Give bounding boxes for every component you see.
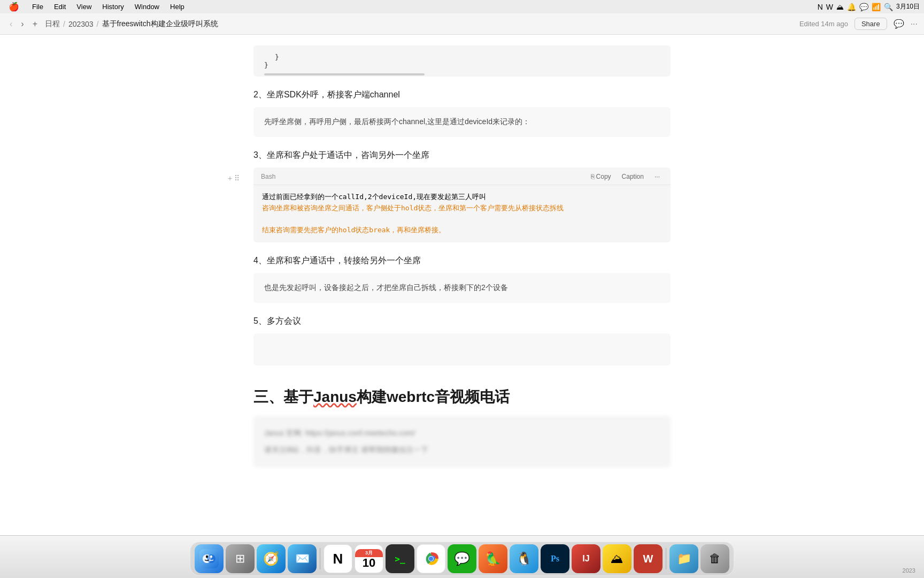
blurred-line-2: 请关注B站，抖音，快手博主 请帮我悄微信注一下 [264,443,660,457]
toolbar-nav: ‹ › + [6,17,41,31]
menubar-edit[interactable]: Edit [50,2,70,12]
safari-icon: 🧭 [263,551,279,566]
dock-ps[interactable]: Ps [541,544,569,573]
toolbar-right: Edited 14m ago Share 💬 ··· [799,18,918,30]
code-line-2: } [264,61,660,69]
dock-sep-2 [666,548,666,569]
ps-icon: Ps [551,554,559,564]
section-2-text: 先呼坐席侧，再呼用户侧，最后桥接两个channel,这里是通过deviceId来… [253,107,671,137]
wechat-dock-icon: 💬 [454,551,470,566]
bash-content: 通过前面已经拿到的一个callId,2个deviceId,现在要发起第三人呼叫 … [253,185,671,242]
mail-icon: ✉️ [295,552,310,566]
blurred-line-1: Janus 官网: https://janus.conf.meetecho.co… [264,427,660,440]
wechat-menu-icon[interactable]: 💬 [859,3,868,11]
dock-calendar[interactable]: 3月 10 [355,544,383,573]
svg-point-9 [429,557,433,561]
apple-menu[interactable]: 🍎 [4,1,24,13]
bash-actions: ⎘ Copy Caption ··· [588,172,663,181]
dock-qq[interactable]: 🐧 [510,544,538,573]
calendar-day: 10 [363,557,375,569]
breadcrumb-item-2[interactable]: 202303 [68,20,94,28]
main-content: } } 2、坐席SDK外呼，桥接客户端channel 先呼坐席侧，再呼用户侧，最… [0,35,924,535]
menubar-history[interactable]: History [98,2,128,12]
notion-dock-icon: N [333,551,343,567]
drag-handle[interactable]: ⠿ [234,174,240,182]
menubar-view[interactable]: View [72,2,96,12]
bash-line-2: 咨询坐席和被咨询坐席之间通话，客户侧处于hold状态，坐席和第一个客户需要先从桥… [262,203,662,214]
more-button[interactable]: ··· [651,172,663,181]
dock-notion[interactable]: N [324,544,352,573]
chrome-icon [422,550,440,568]
word-icon[interactable]: W [826,3,833,11]
qq-icon: 🐧 [516,551,532,566]
dock-area: ⊞ 🧭 ✉️ N 3月 10 >_ [0,535,924,578]
dock-terminal[interactable]: >_ [386,544,414,573]
comment-icon[interactable]: 💬 [894,19,904,29]
section-3-header: 3、坐席和客户处于通话中，咨询另外一个坐席 [253,150,671,161]
back-button[interactable]: ‹ [6,17,16,31]
menubar: 🍎 File Edit View History Window Help N W… [0,0,924,13]
caption-button[interactable]: Caption [619,172,647,181]
section-5-empty [253,333,671,366]
dock-wechat[interactable]: 💬 [448,544,476,573]
breadcrumb-sep-2: / [97,20,99,28]
code-block-top: } } [253,45,671,77]
dock-miro[interactable]: ⛰ [603,544,632,573]
dock-trash[interactable]: 🗑 [700,544,729,573]
section-4-text: 也是先发起呼叫，设备接起之后，才把坐席自己拆线，桥接剩下的2个设备 [253,273,671,303]
breadcrumb-item-3: 基于freeswitch构建企业级呼叫系统 [102,19,218,29]
blurred-content: Janus 官网: https://janus.conf.meetecho.co… [253,416,671,467]
wps-icon: W [643,553,653,565]
edited-label: Edited 14m ago [799,20,848,28]
dock-intellij[interactable]: IJ [572,544,600,573]
svg-point-5 [210,556,212,558]
notion-icon[interactable]: N [818,3,823,11]
trash-icon: 🗑 [709,552,721,566]
wifi-icon[interactable]: 🔍 [884,3,893,11]
bash-line-1: 通过前面已经拿到的一个callId,2个deviceId,现在要发起第三人呼叫 [262,192,662,203]
menubar-right: N W ⛰ 🔔 💬 📶 🔍 3月10日 [818,2,920,11]
dock-mail[interactable]: ✉️ [288,544,317,573]
toolbar: ‹ › + 日程 / 202303 / 基于freeswitch构建企业级呼叫系… [0,13,924,35]
bash-line-4: 结束咨询需要先把客户的hold状态break，再和坐席桥接。 [262,225,662,236]
dock-wps[interactable]: W [634,544,663,573]
bell-icon[interactable]: 🔔 [847,3,856,11]
content-inner: } } 2、坐席SDK外呼，桥接客户端channel 先呼坐席侧，再呼用户侧，最… [232,35,692,489]
dock-launchpad[interactable]: ⊞ [226,544,255,573]
section-4-header: 4、坐席和客户通话中，转接给另外一个坐席 [253,255,671,267]
intellij-icon: IJ [582,554,589,564]
big-section-area: 三、基于Janus构建webrtc音视频电话 Janus 官网: https:/… [253,387,671,467]
network-icon[interactable]: 📶 [872,3,881,11]
menubar-window[interactable]: Window [130,2,164,12]
section-5-header: 5、多方会议 [253,316,671,327]
more-options-icon[interactable]: ··· [911,19,918,29]
menubar-help[interactable]: Help [166,2,189,12]
share-button[interactable]: Share [854,18,887,30]
dock-notes[interactable]: 📁 [669,544,698,573]
scrollbar[interactable] [264,73,425,75]
breadcrumb-item-1[interactable]: 日程 [45,19,60,29]
bash-header: Bash ⎘ Copy Caption ··· [253,168,671,185]
launchpad-icon: ⊞ [235,552,245,566]
svg-point-4 [206,556,208,558]
breadcrumb: 日程 / 202303 / 基于freeswitch构建企业级呼叫系统 [45,19,218,29]
dock-chrome[interactable] [417,544,445,573]
bash-lang-label: Bash [261,173,275,180]
dock-finder[interactable] [195,544,224,573]
menubar-file[interactable]: File [28,2,48,12]
mountain-icon[interactable]: ⛰ [836,3,844,11]
add-page-button[interactable]: + [29,17,41,31]
add-block-plus[interactable]: + [228,174,232,182]
dock-toucan[interactable]: 🦜 [479,544,507,573]
copy-button[interactable]: ⎘ Copy [588,172,614,181]
janus-underline: Janus [313,389,357,405]
forward-button[interactable]: › [18,17,27,31]
section-2-header: 2、坐席SDK外呼，桥接客户端channel [253,89,671,101]
dock: ⊞ 🧭 ✉️ N 3月 10 >_ [190,542,734,576]
section-3-code-container: + ⠿ Bash ⎘ Copy Caption ··· [253,168,671,242]
add-block-controls: + ⠿ [228,174,240,182]
dock-safari[interactable]: 🧭 [257,544,286,573]
bash-line-3 [262,214,662,225]
miro-icon: ⛰ [611,551,623,566]
big-section-header: 三、基于Janus构建webrtc音视频电话 [253,387,671,407]
